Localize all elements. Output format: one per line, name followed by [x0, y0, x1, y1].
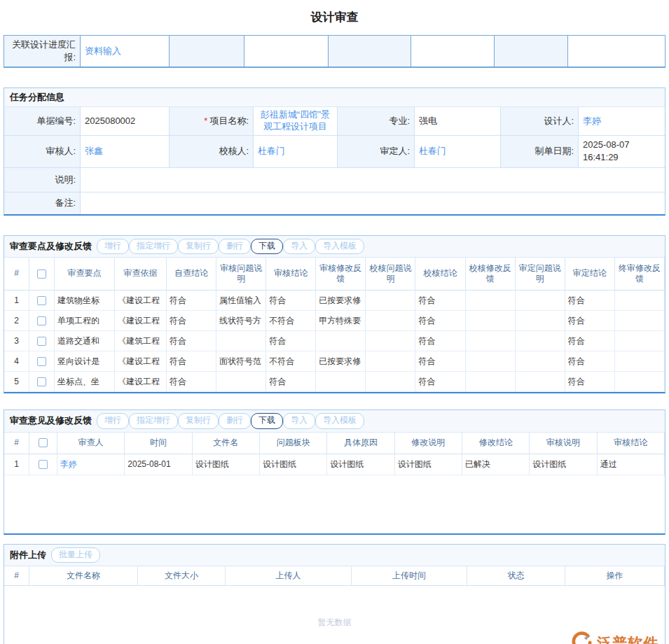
column-header: 审定结论	[565, 258, 615, 290]
table-cell: 《建设工程	[115, 351, 167, 372]
toolbar-button-增行: 增行	[97, 239, 129, 254]
table-cell: 符合	[415, 372, 465, 392]
table-cell	[366, 311, 415, 331]
column-header: 文件大小	[138, 566, 226, 586]
column-header: 审查要点	[55, 258, 115, 290]
column-header: 问题板块	[260, 433, 327, 454]
column-header: 修改结论	[462, 433, 530, 454]
related-progress-label: 关联设计进度汇报:	[4, 36, 81, 66]
approver-value: 杜春门	[415, 136, 501, 168]
doc-no-value: 2025080002	[81, 107, 170, 136]
related-progress-table: 关联设计进度汇报: 资料输入	[4, 35, 665, 68]
table-cell	[615, 351, 665, 372]
select-all-checkbox-cell	[29, 258, 55, 290]
toolbar-button-下载[interactable]: 下载	[251, 413, 283, 428]
table-cell: 符合	[266, 372, 316, 392]
row-number: 1	[4, 454, 29, 475]
row-checkbox-cell	[29, 372, 55, 392]
table-cell: 线状符号方	[216, 311, 266, 331]
major-label: 专业:	[338, 107, 415, 136]
empty-area	[4, 475, 665, 533]
column-header: 文件名称	[29, 566, 138, 586]
row-checkbox[interactable]	[37, 377, 46, 386]
table-cell: 符合	[167, 290, 216, 311]
attachments-toolbar: 批量上传	[51, 547, 100, 563]
table-cell: 设计图纸	[193, 454, 260, 475]
toolbar-button-导入: 导入	[283, 413, 315, 428]
review-points-section: 审查要点及修改反馈 增行指定增行复制行删行下载导入导入模板 #审查要点审查依据自…	[4, 235, 665, 393]
cell-link[interactable]: 李婷	[60, 458, 77, 470]
toolbar-button-批量上传: 批量上传	[51, 547, 100, 563]
date-value: 2025-08-07 16:41:29	[579, 136, 665, 168]
column-header: 修改说明	[395, 433, 462, 454]
remark-value	[81, 192, 665, 214]
vendor-logo: 泛普软件 www.fanpusoft.com	[571, 631, 663, 644]
doc-no-label: 单据编号:	[4, 107, 81, 136]
column-header: 审核问题说明	[216, 258, 266, 290]
table-cell: 设计图纸	[260, 454, 327, 475]
select-all-checkbox[interactable]	[37, 270, 46, 279]
table-cell: 《建筑工程	[115, 331, 167, 351]
column-header: 校核修改反馈	[466, 258, 516, 290]
row-checkbox[interactable]	[37, 357, 46, 366]
reviewer-value: 张鑫	[81, 136, 170, 168]
column-header: 文件名	[193, 433, 260, 454]
column-header: 状态	[467, 566, 565, 586]
table-cell: 《建设工程	[115, 290, 167, 311]
design-review-page: 设计审查 关联设计进度汇报: 资料输入 任务分配信息 单据编号: 2025080…	[0, 0, 669, 644]
row-checkbox[interactable]	[37, 296, 46, 305]
column-header: 审查人	[57, 433, 125, 454]
checker-label: 校核人:	[170, 136, 254, 168]
review-opinions-table: #审查人时间文件名问题板块具体原因修改说明修改结论审核说明审核结论1李婷2025…	[4, 433, 665, 475]
row-checkbox[interactable]	[37, 316, 46, 326]
project-link[interactable]: 彭祖新城“四馆”景观工程设计项目	[258, 109, 333, 133]
reviewer-link[interactable]: 张鑫	[85, 145, 103, 158]
table-cell: 符合	[167, 311, 216, 331]
table-cell: 设计图纸	[395, 454, 462, 475]
select-all-checkbox-cell	[29, 433, 57, 454]
review-opinions-section: 审查意见及修改反馈 增行指定增行复制行删行下载导入导入模板 #审查人时间文件名问…	[4, 410, 665, 534]
approver-link[interactable]: 杜春门	[419, 145, 446, 158]
table-cell: 竖向设计是	[55, 351, 115, 372]
table-cell: 通过	[598, 454, 665, 475]
table-cell: 《建设工程	[115, 311, 167, 331]
checker-link[interactable]: 杜春门	[258, 145, 285, 158]
section-title: 附件上传	[10, 549, 46, 561]
column-header: 操作	[565, 566, 665, 586]
desc-label: 说明:	[4, 168, 81, 192]
table-cell: 设计图纸	[530, 454, 597, 475]
table-cell	[516, 331, 565, 351]
major-value: 强电	[415, 107, 501, 136]
row-checkbox[interactable]	[37, 337, 46, 346]
designer-link[interactable]: 李婷	[583, 115, 601, 127]
toolbar-button-复制行: 复制行	[178, 239, 219, 254]
related-empty-cell	[495, 36, 568, 66]
data-input-link[interactable]: 资料输入	[85, 45, 121, 57]
related-empty-cell	[329, 36, 411, 66]
table-cell	[366, 351, 415, 372]
table-cell: 符合	[167, 372, 216, 392]
table-cell: 符合	[565, 372, 615, 392]
table-cell: 符合	[415, 311, 465, 331]
table-cell: 面状符号范	[216, 351, 266, 372]
table-cell: 单项工程的	[55, 311, 115, 331]
section-title: 审查意见及修改反馈	[10, 414, 92, 427]
toolbar-button-下载[interactable]: 下载	[251, 239, 283, 254]
attachments-header: 附件上传 批量上传	[4, 545, 665, 566]
task-info-section: 任务分配信息 单据编号: 2025080002 * 项目名称: 彭祖新城“四馆”…	[4, 88, 665, 216]
date-label: 制单日期:	[501, 136, 579, 168]
project-value: 彭祖新城“四馆”景观工程设计项目	[254, 107, 338, 136]
select-all-checkbox[interactable]	[39, 438, 48, 447]
toolbar-button-复制行: 复制行	[178, 413, 219, 428]
table-cell: 符合	[565, 351, 615, 372]
table-cell: 符合	[266, 331, 316, 351]
toolbar-button-删行: 删行	[219, 239, 251, 254]
table-cell	[466, 372, 516, 392]
table-cell	[466, 290, 516, 311]
row-checkbox[interactable]	[39, 460, 48, 469]
table-cell: 甲方特殊要	[316, 311, 366, 331]
table-cell: 符合	[565, 290, 615, 311]
table-cell: 不符合	[266, 351, 316, 372]
designer-label: 设计人:	[501, 107, 579, 136]
table-cell	[366, 372, 415, 392]
